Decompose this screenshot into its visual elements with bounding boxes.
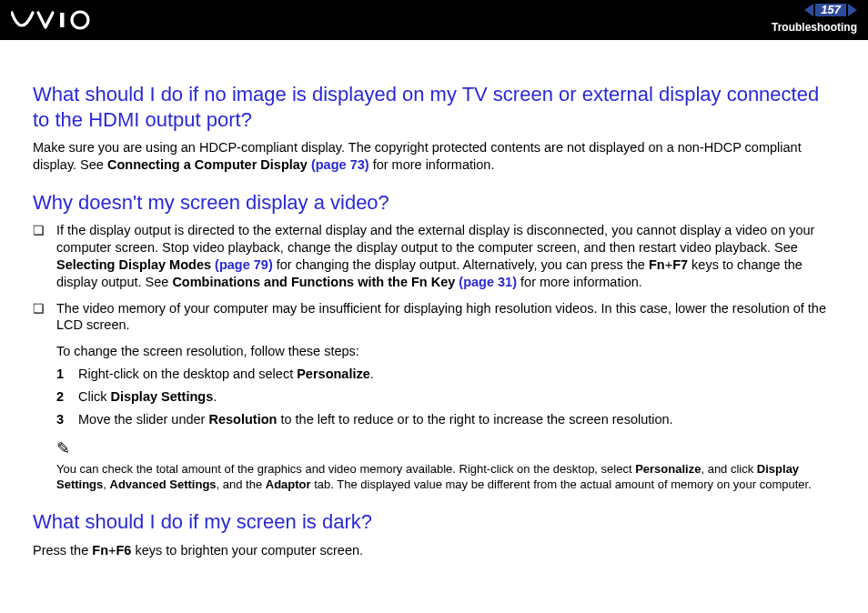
page-number: 157 (815, 4, 846, 16)
vaio-logo (11, 9, 95, 35)
step-3: 3Move the slider under Resolution to the… (56, 411, 835, 428)
step-1: 1Right-click on the desktop and select P… (56, 366, 835, 383)
header-bar: 157 Troubleshooting (0, 0, 868, 40)
bullet-display-output: If the display output is directed to the… (33, 222, 835, 290)
steps-intro: To change the screen resolution, follow … (56, 343, 835, 360)
paragraph-hdmi-answer: Make sure you are using an HDCP-complian… (33, 139, 835, 174)
step-2: 2Click Display Settings. (56, 388, 835, 406)
paragraph-dark-answer: Press the Fn+F6 keys to brighten your co… (33, 542, 835, 559)
next-page-icon[interactable] (848, 4, 857, 16)
section-label: Troubleshooting (772, 21, 857, 34)
bullet-video-memory: The video memory of your computer may be… (33, 300, 835, 335)
heading-screen-dark: What should I do if my screen is dark? (33, 509, 835, 535)
heading-no-video: Why doesn't my screen display a video? (33, 190, 835, 216)
heading-hdmi-no-image: What should I do if no image is displaye… (33, 82, 835, 132)
note-block: ✎ You can check the total amount of the … (56, 437, 835, 493)
svg-rect-0 (60, 13, 65, 27)
prev-page-icon[interactable] (804, 4, 813, 16)
content-area: What should I do if no image is displaye… (0, 40, 868, 586)
link-page-73[interactable]: (page 73) (311, 157, 369, 172)
note-icon: ✎ (56, 437, 835, 459)
link-page-31[interactable]: (page 31) (459, 275, 517, 289)
page-number-badge[interactable]: 157 (804, 4, 857, 16)
link-page-79[interactable]: (page 79) (215, 257, 273, 272)
svg-point-1 (72, 12, 88, 28)
